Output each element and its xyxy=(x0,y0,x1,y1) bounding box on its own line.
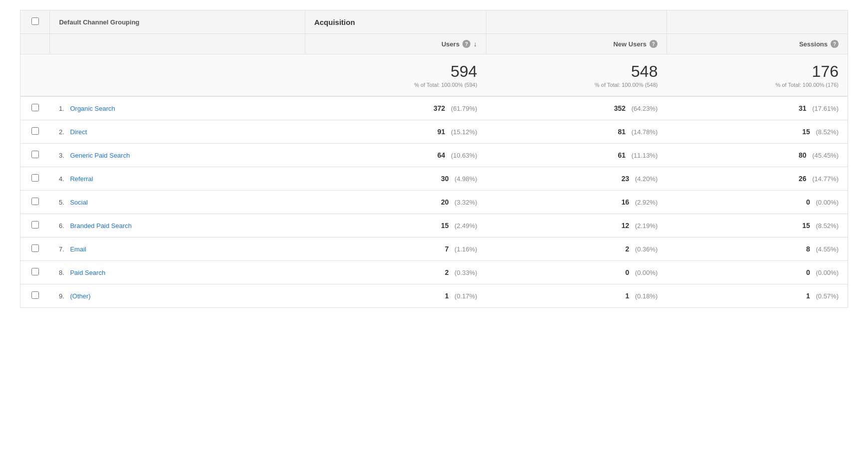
row-new-users-main: 0 xyxy=(625,268,629,276)
header-sub-new-users[interactable]: New Users ? xyxy=(486,34,667,54)
channel-link[interactable]: Referral xyxy=(70,175,93,183)
row-users-pct: (0.33%) xyxy=(454,269,477,276)
row-sessions-pct: (17.61%) xyxy=(812,105,839,112)
sessions-help-icon[interactable]: ? xyxy=(831,40,839,48)
row-users-pct: (1.16%) xyxy=(454,245,477,253)
row-channel-cell: 8. Paid Search xyxy=(50,261,305,284)
row-checkbox[interactable] xyxy=(31,174,39,182)
totals-new-users-cell: 548 % of Total: 100.00% (548) xyxy=(486,54,667,97)
users-help-icon[interactable]: ? xyxy=(462,40,470,48)
row-checkbox[interactable] xyxy=(31,151,39,158)
header-checkbox-col[interactable] xyxy=(20,10,50,34)
table-row: 9. (Other) 1 (0.17%) 1 (0.18%) 1 (0.57%) xyxy=(20,284,848,308)
channel-link[interactable]: Generic Paid Search xyxy=(70,152,130,159)
row-users-cell: 1 (0.17%) xyxy=(305,284,486,308)
row-sessions-main: 0 xyxy=(806,268,810,276)
header-acquisition: Acquisition xyxy=(305,10,486,34)
header-sub-users[interactable]: Users ? ↓ xyxy=(305,34,486,54)
row-new-users-cell: 16 (2.92%) xyxy=(486,191,667,214)
row-new-users-main: 12 xyxy=(622,222,630,230)
channel-link[interactable]: Branded Paid Search xyxy=(70,222,132,230)
row-users-pct: (3.32%) xyxy=(454,199,477,206)
row-checkbox-cell[interactable] xyxy=(20,96,50,120)
analytics-table: Default Channel Grouping Acquisition Use… xyxy=(20,10,848,308)
row-sessions-main: 15 xyxy=(802,222,810,230)
row-sessions-cell: 15 (8.52%) xyxy=(666,214,848,237)
row-checkbox[interactable] xyxy=(31,104,39,111)
row-checkbox[interactable] xyxy=(31,291,39,299)
row-channel-cell: 4. Referral xyxy=(50,167,305,191)
row-sessions-pct: (4.55%) xyxy=(816,245,839,253)
row-checkbox[interactable] xyxy=(31,198,39,205)
channel-link[interactable]: Paid Search xyxy=(70,269,105,276)
row-channel-cell: 6. Branded Paid Search xyxy=(50,214,305,237)
table-row: 1. Organic Search 372 (61.79%) 352 (64.2… xyxy=(20,96,848,120)
row-sessions-pct: (45.45%) xyxy=(812,152,839,159)
row-checkbox[interactable] xyxy=(31,244,39,252)
row-new-users-main: 16 xyxy=(622,198,630,206)
row-checkbox[interactable] xyxy=(31,221,39,229)
select-all-checkbox[interactable] xyxy=(31,17,39,25)
row-checkbox[interactable] xyxy=(31,268,39,275)
channel-header-label: Default Channel Grouping xyxy=(59,18,139,26)
header-sub-checkbox xyxy=(20,34,50,54)
table-row: 2. Direct 91 (15.12%) 81 (14.78%) 15 (8.… xyxy=(20,120,848,144)
row-checkbox-cell[interactable] xyxy=(20,261,50,284)
row-new-users-main: 81 xyxy=(618,128,626,136)
row-users-pct: (61.79%) xyxy=(451,105,477,112)
row-sessions-pct: (8.52%) xyxy=(816,222,839,230)
row-new-users-pct: (64.23%) xyxy=(632,105,658,112)
channel-number: 5. xyxy=(59,199,64,206)
row-users-main: 372 xyxy=(434,104,445,112)
row-new-users-pct: (0.18%) xyxy=(635,292,658,300)
channel-link[interactable]: (Other) xyxy=(70,292,90,300)
row-checkbox-cell[interactable] xyxy=(20,284,50,308)
row-checkbox-cell[interactable] xyxy=(20,120,50,144)
header-sub-sessions[interactable]: Sessions ? xyxy=(666,34,848,54)
row-new-users-pct: (11.13%) xyxy=(632,152,658,159)
row-sessions-main: 31 xyxy=(799,104,807,112)
channel-link[interactable]: Email xyxy=(70,245,86,253)
channel-link[interactable]: Organic Search xyxy=(70,105,115,112)
row-users-cell: 15 (2.49%) xyxy=(305,214,486,237)
row-sessions-main: 26 xyxy=(799,175,807,183)
row-checkbox-cell[interactable] xyxy=(20,191,50,214)
row-users-pct: (2.49%) xyxy=(454,222,477,230)
header-acquisition-spacer1 xyxy=(486,10,667,34)
new-users-help-icon[interactable]: ? xyxy=(650,40,657,48)
row-sessions-cell: 26 (14.77%) xyxy=(666,167,848,191)
row-checkbox-cell[interactable] xyxy=(20,214,50,237)
row-checkbox-cell[interactable] xyxy=(20,144,50,167)
row-new-users-cell: 0 (0.00%) xyxy=(486,261,667,284)
channel-link[interactable]: Direct xyxy=(70,128,87,136)
channel-number: 6. xyxy=(59,222,64,230)
row-new-users-main: 2 xyxy=(625,245,629,253)
users-sort-arrow[interactable]: ↓ xyxy=(473,40,477,48)
row-channel-cell: 7. Email xyxy=(50,237,305,261)
channel-number: 7. xyxy=(59,245,64,253)
row-sessions-cell: 0 (0.00%) xyxy=(666,261,848,284)
row-checkbox[interactable] xyxy=(31,127,39,135)
channel-number: 1. xyxy=(59,105,64,112)
row-checkbox-cell[interactable] xyxy=(20,237,50,261)
row-users-cell: 372 (61.79%) xyxy=(305,96,486,120)
totals-users-value: 594 xyxy=(314,62,477,81)
row-channel-cell: 2. Direct xyxy=(50,120,305,144)
row-users-main: 64 xyxy=(437,151,445,159)
row-new-users-pct: (2.19%) xyxy=(635,222,658,230)
row-users-cell: 64 (10.63%) xyxy=(305,144,486,167)
row-checkbox-cell[interactable] xyxy=(20,167,50,191)
row-new-users-pct: (4.20%) xyxy=(635,175,658,183)
totals-users-sub: % of Total: 100.00% (594) xyxy=(314,82,477,88)
header-channel: Default Channel Grouping xyxy=(50,10,305,34)
row-users-pct: (4.98%) xyxy=(454,175,477,183)
row-new-users-pct: (2.92%) xyxy=(635,199,658,206)
row-users-pct: (10.63%) xyxy=(451,152,477,159)
row-sessions-main: 8 xyxy=(806,245,810,253)
totals-users-cell: 594 % of Total: 100.00% (594) xyxy=(305,54,486,97)
table-row: 8. Paid Search 2 (0.33%) 0 (0.00%) 0 (0.… xyxy=(20,261,848,284)
channel-link[interactable]: Social xyxy=(70,199,87,206)
header-acquisition-spacer2 xyxy=(666,10,848,34)
row-new-users-main: 352 xyxy=(614,104,626,112)
row-new-users-pct: (0.36%) xyxy=(635,245,658,253)
